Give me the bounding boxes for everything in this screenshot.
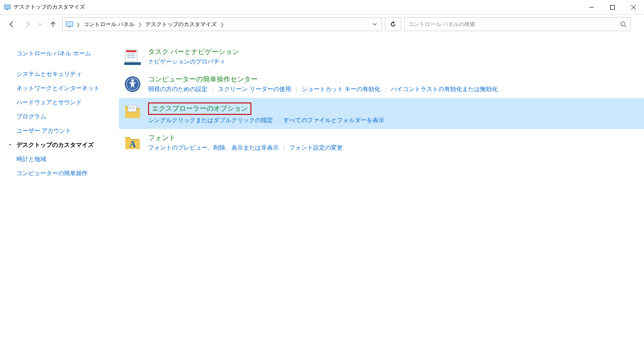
separator: |: [283, 145, 285, 151]
svg-line-11: [625, 26, 627, 27]
svg-rect-9: [69, 27, 70, 27]
svg-point-21: [131, 79, 134, 82]
sidebar-item-desktop-customize[interactable]: デスクトップのカスタマイズ: [16, 138, 119, 152]
svg-rect-22: [128, 105, 136, 112]
svg-point-24: [129, 108, 130, 109]
svg-rect-4: [611, 5, 615, 9]
svg-rect-8: [66, 22, 73, 26]
chevron-right-icon: ❯: [75, 22, 81, 27]
category-links: フォントのプレビュー、削除、表示または非表示 | フォント設定の変更: [148, 144, 635, 152]
separator: |: [296, 86, 297, 93]
separator: |: [385, 86, 386, 93]
minimize-button[interactable]: [581, 0, 602, 15]
link-single-double-click[interactable]: シングルクリックまたはダブルクリックの指定: [148, 117, 273, 124]
app-icon: [4, 4, 11, 11]
breadcrumb: ❯ コントロール パネル ❯ デスクトップのカスタマイズ ❯: [75, 20, 225, 29]
category-title-explorer-options[interactable]: エクスプローラーのオプション: [148, 102, 251, 115]
body: コントロール パネル ホーム システムとセキュリティ ネットワークとインターネッ…: [0, 34, 644, 339]
breadcrumb-current[interactable]: デスクトップのカスタマイズ: [144, 20, 218, 29]
close-button[interactable]: [623, 0, 644, 15]
sidebar-item-hardware-sound[interactable]: ハードウェアとサウンド: [16, 96, 119, 110]
svg-point-23: [129, 107, 130, 108]
category-explorer-options[interactable]: エクスプローラーのオプション シングルクリックまたはダブルクリックの指定 | す…: [119, 98, 644, 129]
sidebar: コントロール パネル ホーム システムとセキュリティ ネットワークとインターネッ…: [0, 34, 119, 339]
address-dropdown-icon[interactable]: [371, 22, 379, 27]
sidebar-item-network-internet[interactable]: ネットワークとインターネット: [16, 81, 119, 96]
category-fonts: A フォント フォントのプレビュー、削除、表示または非表示 | フォント設定の変…: [119, 129, 644, 156]
separator: |: [212, 86, 213, 93]
svg-rect-17: [124, 62, 141, 65]
search-icon[interactable]: [620, 21, 627, 27]
sidebar-home[interactable]: コントロール パネル ホーム: [16, 47, 119, 61]
category-body: エクスプローラーのオプション シングルクリックまたはダブルクリックの指定 | す…: [148, 102, 635, 124]
svg-rect-2: [6, 9, 8, 10]
breadcrumb-control-panel[interactable]: コントロール パネル: [82, 20, 136, 29]
category-title-fonts[interactable]: フォント: [148, 134, 176, 142]
svg-rect-13: [126, 50, 136, 52]
link-show-all-files[interactable]: すべてのファイルとフォルダーを表示: [283, 117, 384, 124]
search-input[interactable]: [408, 21, 620, 27]
sidebar-item-clock-region[interactable]: 時計と地域: [16, 152, 119, 167]
recent-dropdown[interactable]: [37, 18, 44, 31]
category-body: フォント フォントのプレビュー、削除、表示または非表示 | フォント設定の変更: [148, 134, 635, 152]
taskbar-icon: [123, 48, 142, 66]
sidebar-item-user-accounts[interactable]: ユーザー アカウント: [16, 124, 119, 138]
link-high-contrast[interactable]: ハイコントラストの有効化または無効化: [391, 86, 498, 93]
titlebar: デスクトップのカスタマイズ: [0, 0, 644, 15]
window-controls: [581, 0, 644, 15]
back-button[interactable]: [5, 18, 18, 31]
up-button[interactable]: [47, 18, 59, 31]
category-links: 弱視の方のための設定 | スクリーン リーダーの使用 | ショートカット キーの…: [148, 86, 635, 93]
svg-point-10: [621, 22, 625, 26]
svg-rect-1: [5, 5, 10, 9]
category-body: コンピューターの簡単操作センター 弱視の方のための設定 | スクリーン リーダー…: [148, 75, 635, 93]
window-title: デスクトップのカスタマイズ: [14, 3, 85, 11]
category-body: タスク バーとナビゲーション ナビゲーションのプロパティ: [148, 48, 635, 66]
link-low-vision-settings[interactable]: 弱視の方のための設定: [148, 86, 208, 93]
sidebar-item-system-security[interactable]: システムとセキュリティ: [16, 67, 119, 81]
font-icon: A: [123, 134, 142, 152]
category-taskbar: タスク バーとナビゲーション ナビゲーションのプロパティ: [119, 43, 644, 70]
category-title-ease-of-access[interactable]: コンピューターの簡単操作センター: [148, 75, 258, 84]
forward-button[interactable]: [21, 18, 34, 31]
toolbar: ❯ コントロール パネル ❯ デスクトップのカスタマイズ ❯: [0, 15, 644, 34]
refresh-button[interactable]: [385, 17, 401, 31]
sidebar-item-programs[interactable]: プログラム: [16, 110, 119, 124]
category-links: ナビゲーションのプロパティ: [148, 58, 635, 66]
link-shortcut-keys[interactable]: ショートカット キーの有効化: [302, 86, 380, 93]
category-ease-of-access: コンピューターの簡単操作センター 弱視の方のための設定 | スクリーン リーダー…: [119, 70, 644, 98]
link-font-preview-delete[interactable]: フォントのプレビュー、削除、表示または非表示: [148, 144, 279, 152]
link-screen-reader[interactable]: スクリーン リーダーの使用: [218, 86, 291, 93]
search-box[interactable]: [404, 17, 631, 31]
svg-text:A: A: [129, 139, 136, 149]
category-title-taskbar[interactable]: タスク バーとナビゲーション: [148, 48, 239, 56]
link-navigation-properties[interactable]: ナビゲーションのプロパティ: [148, 58, 225, 66]
chevron-right-icon: ❯: [137, 22, 143, 27]
control-panel-icon: [65, 20, 74, 28]
category-links: シングルクリックまたはダブルクリックの指定 | すべてのファイルとフォルダーを表…: [148, 117, 635, 124]
ease-of-access-icon: [123, 75, 142, 93]
separator: |: [277, 118, 279, 124]
chevron-right-icon: ❯: [219, 22, 225, 27]
link-font-settings[interactable]: フォント設定の変更: [289, 144, 343, 152]
folder-options-icon: [123, 102, 142, 121]
sidebar-item-ease-of-access[interactable]: コンピューターの簡単操作: [16, 167, 119, 181]
maximize-button[interactable]: [602, 0, 623, 15]
content: タスク バーとナビゲーション ナビゲーションのプロパティ コンピューターの簡単操…: [119, 34, 644, 339]
address-bar[interactable]: ❯ コントロール パネル ❯ デスクトップのカスタマイズ ❯: [62, 17, 382, 31]
